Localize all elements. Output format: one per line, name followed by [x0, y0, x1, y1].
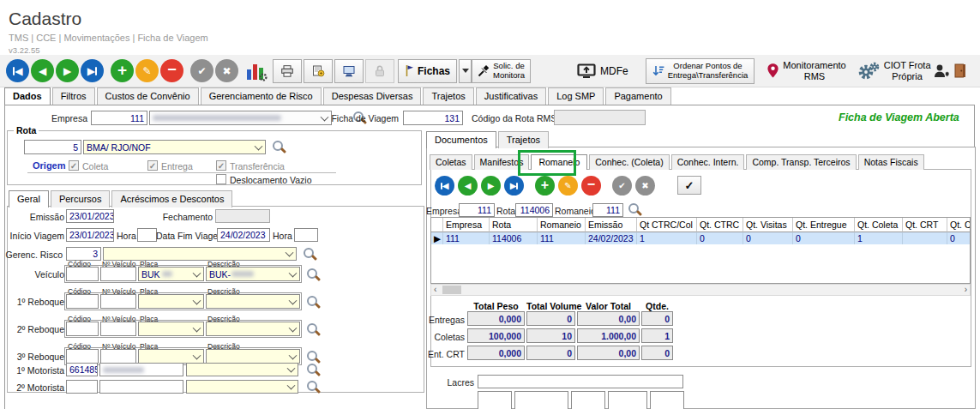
grid-edit-button[interactable]: ✎ — [558, 176, 578, 195]
tab-trajetos-right[interactable]: Trajetos — [498, 131, 549, 148]
gerenc-risco-field[interactable]: 3 — [66, 247, 101, 261]
veiculo-nveiculo-field[interactable] — [100, 267, 136, 281]
gerenc-risco-search-icon[interactable] — [302, 247, 316, 262]
exit-button[interactable] — [954, 63, 966, 78]
tab-documentos[interactable]: Documentos — [426, 131, 496, 148]
tab-notas-fiscais[interactable]: Notas Fiscais — [858, 154, 924, 170]
rota-code-field[interactable]: 5 — [24, 140, 81, 154]
grid-next-button[interactable]: ▶ — [481, 176, 501, 195]
tab-conhec-coleta[interactable]: Conhec. (Coleta) — [589, 154, 669, 170]
grid-col-qt-coleta[interactable]: Qt. Coleta — [855, 218, 903, 232]
motorista1-combo[interactable] — [186, 363, 298, 376]
reboque1-codigo-field[interactable] — [66, 294, 99, 309]
next-record-button[interactable]: ▶ — [56, 59, 79, 82]
cutoff-field[interactable] — [478, 391, 512, 409]
rota-combo[interactable]: BMA/ RJO/NOF — [83, 140, 266, 154]
print-button[interactable] — [273, 59, 302, 83]
motorista2-codigo-field[interactable] — [66, 380, 98, 394]
grid-rota-field[interactable]: 114006 — [515, 203, 553, 217]
tab-gerenciamento-risco[interactable]: Gerenciamento de Risco — [201, 87, 322, 105]
grid-romaneio-field[interactable]: 111 — [592, 203, 623, 217]
scrollbar-thumb[interactable] — [442, 286, 461, 294]
grid-last-button[interactable]: ▶ — [504, 176, 524, 195]
chart-button[interactable] — [245, 60, 268, 81]
reboque2-search-icon[interactable] — [305, 322, 320, 337]
delete-record-button[interactable]: − — [160, 59, 183, 82]
data-fim-field[interactable]: 24/02/2023 — [217, 228, 270, 242]
tab-justificativas[interactable]: Justificativas — [476, 87, 546, 105]
motorista2-combo[interactable] — [186, 380, 298, 394]
grid-delete-button[interactable]: − — [581, 176, 601, 195]
solic-monitora-button[interactable]: Solic. deMonitora — [472, 59, 531, 83]
empresa-name-combo[interactable] — [149, 111, 332, 125]
inicio-viagem-field[interactable]: 23/01/2023 — [66, 228, 114, 242]
cutoff-field[interactable] — [514, 391, 568, 409]
grid-first-button[interactable]: ◀ — [435, 176, 454, 195]
grid-cancel-button[interactable]: ✖ — [635, 176, 655, 195]
tab-acrescimos-descontos[interactable]: Acréscimos e Descontos — [111, 190, 232, 208]
reboque2-codigo-field[interactable] — [66, 322, 99, 336]
user-button[interactable] — [934, 64, 949, 78]
cutoff-field[interactable] — [571, 391, 605, 409]
hora-inicio-field[interactable] — [137, 228, 157, 242]
gerenc-risco-combo[interactable] — [103, 247, 297, 261]
grid-col-empresa[interactable]: Empresa — [443, 218, 490, 232]
transferencia-checkbox[interactable] — [216, 160, 226, 171]
reboque3-placa-combo[interactable] — [138, 349, 204, 364]
motorista1-search-icon[interactable] — [305, 363, 320, 377]
print-screen-button[interactable] — [334, 59, 364, 83]
grid-col-qt-ctrc[interactable]: Qt. CTRC — [697, 218, 743, 232]
veiculo-codigo-field[interactable] — [66, 267, 99, 281]
tab-filtros[interactable]: Filtros — [52, 87, 95, 105]
reboque1-descricao-combo[interactable] — [206, 294, 300, 309]
empresa-code-field[interactable]: 111 — [91, 111, 147, 125]
fichas-button[interactable]: Fichas — [398, 59, 457, 83]
lacres-field[interactable] — [478, 375, 683, 388]
tab-custos-convenio[interactable]: Custos de Convênio — [97, 87, 199, 105]
first-record-button[interactable]: ◀ — [6, 59, 29, 82]
reboque2-descricao-combo[interactable] — [206, 322, 300, 336]
last-record-button[interactable]: ▶ — [81, 59, 104, 82]
reboque3-nveiculo-field[interactable] — [100, 349, 136, 364]
tab-despesas-diversas[interactable]: Despesas Diversas — [323, 87, 422, 105]
tab-trajetos[interactable]: Trajetos — [423, 87, 473, 105]
tab-log-smp[interactable]: Log SMP — [548, 87, 604, 105]
table-row[interactable]: ▶ 111 114006 111 24/02/2023 1 0 0 0 1 0 — [431, 232, 970, 244]
mdfe-button[interactable]: MDFe — [577, 63, 628, 79]
deslocamento-vazio-checkbox[interactable] — [216, 174, 226, 184]
reboque2-placa-combo[interactable] — [138, 322, 204, 336]
previous-record-button[interactable]: ◀ — [31, 59, 54, 82]
grid-col-rota[interactable]: Rota — [490, 218, 538, 232]
grid-h-scrollbar[interactable]: ‹ › — [430, 284, 971, 296]
tab-geral[interactable]: Geral — [9, 190, 49, 208]
tab-percursos[interactable]: Percursos — [51, 190, 111, 208]
motorista1-codigo-field[interactable]: 661485 — [66, 363, 98, 376]
grid-col-emissao[interactable]: Emissão — [586, 218, 637, 232]
motorista2-nome-field[interactable] — [99, 380, 183, 394]
grid-col-qt-entregue[interactable]: Qt. Entregue — [793, 218, 855, 232]
grid-col-romaneio[interactable]: Romaneio — [538, 218, 586, 232]
print-preview-button[interactable] — [304, 59, 333, 83]
reboque3-codigo-field[interactable] — [66, 349, 99, 364]
rota-search-icon[interactable] — [271, 140, 286, 154]
hora-fim-field[interactable] — [294, 228, 318, 242]
grid-confirm-button[interactable]: ✔ — [612, 176, 632, 195]
veiculo-placa-combo[interactable]: BUK — [138, 267, 204, 281]
grid-col-qt-ctrc-col[interactable]: Qt CTRC/Col — [637, 218, 697, 232]
grid-col-qt-cr[interactable]: Qt. CR — [947, 218, 971, 232]
tab-dados[interactable]: Dados — [4, 87, 51, 105]
grid-col-qt-visitas[interactable]: Qt. Visitas — [743, 218, 793, 232]
reboque1-placa-combo[interactable] — [138, 294, 204, 309]
tab-conhec-intern[interactable]: Conhec. Intern. — [671, 154, 745, 170]
grid-col-qt-crt[interactable]: Qt. CRT — [903, 218, 947, 232]
grid-add-button[interactable]: + — [535, 176, 555, 195]
reboque3-descricao-combo[interactable] — [206, 349, 300, 364]
reboque1-nveiculo-field[interactable] — [100, 294, 136, 309]
scroll-right-icon[interactable]: › — [965, 285, 967, 295]
grid-search-icon[interactable] — [627, 202, 641, 217]
confirm-button[interactable]: ✔ — [190, 59, 213, 82]
tab-comp-transp-terceiros[interactable]: Comp. Transp. Terceiros — [746, 154, 856, 170]
ordenar-pontos-button[interactable]: Ordenar Pontos deEntrega\Transferência — [646, 58, 755, 84]
grid-previous-button[interactable]: ◀ — [458, 176, 478, 195]
motorista2-search-icon[interactable] — [305, 380, 320, 394]
